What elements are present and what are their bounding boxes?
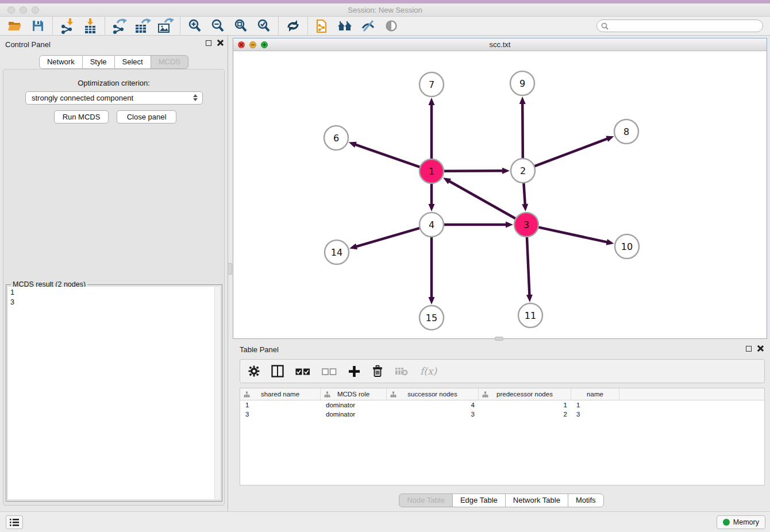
close-panel-button[interactable]: Close panel xyxy=(117,110,176,124)
cell-mcds-role: dominator xyxy=(321,411,387,418)
column-header-successor-nodes[interactable]: successor nodes xyxy=(387,388,479,400)
memory-button[interactable]: Memory xyxy=(717,515,765,529)
mcds-result-group: MCDS result (2 nodes) 1 3 xyxy=(6,284,222,502)
graph-node-1[interactable]: 1 xyxy=(419,159,444,183)
zoom-in-icon[interactable] xyxy=(183,17,206,34)
function-builder-icon[interactable]: f(x) xyxy=(420,365,437,377)
column-header-predecessor-nodes[interactable]: predecessor nodes xyxy=(479,388,571,400)
optimization-criterion-value: strongly connected component xyxy=(32,94,133,102)
graph-edge-3-11[interactable] xyxy=(526,237,533,302)
home-icon[interactable] xyxy=(334,17,357,34)
cell-predecessor-nodes: 2 xyxy=(479,411,571,418)
export-network-icon[interactable] xyxy=(108,17,131,34)
vertical-splitter-handle[interactable] xyxy=(228,263,232,275)
import-table-icon[interactable] xyxy=(79,17,102,34)
tab-node-table[interactable]: Node Table xyxy=(399,494,453,507)
graph-node-3[interactable]: 3 xyxy=(514,213,538,237)
tab-select[interactable]: Select xyxy=(114,55,151,69)
cell-mcds-role: dominator xyxy=(321,402,387,408)
select-all-columns-icon[interactable] xyxy=(295,368,310,375)
graph-node-6[interactable]: 6 xyxy=(324,126,348,150)
graph-edge-4-3[interactable] xyxy=(444,222,513,228)
graph-node-2[interactable]: 2 xyxy=(511,159,535,183)
network-canvas[interactable]: 7968124314101511 xyxy=(233,51,767,338)
graph-node-7[interactable]: 7 xyxy=(419,72,444,97)
graph-edge-1-4[interactable] xyxy=(429,184,435,211)
graph-edge-1-2[interactable] xyxy=(444,168,510,174)
graph-node-4[interactable]: 4 xyxy=(419,213,444,237)
table-panel-tabs: Node Table Edge Table Network Table Moti… xyxy=(233,494,770,507)
mcds-result-text[interactable]: 1 3 xyxy=(8,287,214,499)
svg-text:11: 11 xyxy=(525,310,536,321)
unselect-all-columns-icon[interactable] xyxy=(322,368,337,375)
network-window-title: scc.txt xyxy=(233,40,767,49)
select-stepper-icon xyxy=(193,94,198,101)
tab-motifs[interactable]: Motifs xyxy=(568,494,604,507)
close-table-panel-icon[interactable] xyxy=(757,345,763,352)
show-columns-icon[interactable] xyxy=(271,365,284,377)
tab-network[interactable]: Network xyxy=(39,55,83,69)
search-icon xyxy=(601,22,609,30)
graph-edge-1-7[interactable] xyxy=(429,98,435,159)
graph-node-14[interactable]: 14 xyxy=(325,240,349,264)
import-network-icon[interactable] xyxy=(56,17,79,34)
close-panel-icon[interactable] xyxy=(217,40,223,46)
mcds-result-scrollbar[interactable] xyxy=(214,287,220,499)
tab-network-table[interactable]: Network Table xyxy=(505,494,568,507)
cell-name: 1 xyxy=(571,402,619,408)
column-header-shared-name[interactable]: shared name xyxy=(240,388,321,400)
control-panel-tabs: Network Style Select MCDS xyxy=(0,55,228,69)
graph-node-10[interactable]: 10 xyxy=(615,234,639,259)
svg-text:14: 14 xyxy=(331,247,342,258)
run-mcds-button[interactable]: Run MCDS xyxy=(54,110,109,124)
create-column-icon[interactable] xyxy=(348,365,360,377)
zoom-out-icon[interactable] xyxy=(206,17,229,34)
graph-edge-1-6[interactable] xyxy=(349,142,420,167)
tab-style[interactable]: Style xyxy=(82,55,115,69)
network-file-icon[interactable] xyxy=(311,17,334,34)
delete-table-icon[interactable] xyxy=(395,367,409,376)
zoom-fit-icon[interactable] xyxy=(229,17,252,34)
graphics-details-icon[interactable] xyxy=(357,17,380,34)
tab-edge-table[interactable]: Edge Table xyxy=(452,494,506,507)
export-table-icon[interactable] xyxy=(131,17,154,34)
graph-node-8[interactable]: 8 xyxy=(614,119,638,144)
network-window-titlebar[interactable]: scc.txt xyxy=(233,38,767,51)
float-panel-icon[interactable] xyxy=(206,40,211,46)
graph-edge-4-15[interactable] xyxy=(429,237,435,304)
zoom-selected-icon[interactable] xyxy=(252,17,275,34)
table-settings-gear-icon[interactable] xyxy=(248,365,260,377)
export-image-icon[interactable] xyxy=(154,17,177,34)
graph-edge-4-14[interactable] xyxy=(349,228,419,249)
table-row[interactable]: 1 dominator 4 1 1 xyxy=(240,400,764,410)
graph-node-11[interactable]: 11 xyxy=(518,303,542,327)
horizontal-splitter-handle[interactable] xyxy=(495,337,503,341)
graph-node-15[interactable]: 15 xyxy=(419,306,444,330)
column-type-icon xyxy=(390,391,396,398)
graph-edge-2-8[interactable] xyxy=(535,136,614,167)
graph-edge-2-9[interactable] xyxy=(519,97,526,158)
column-header-mcds-role[interactable]: MCDS role xyxy=(321,388,387,400)
column-header-name[interactable]: name xyxy=(571,388,619,400)
graph-edge-3-1[interactable] xyxy=(443,178,515,218)
cell-name: 3 xyxy=(571,411,619,418)
birds-eye-icon[interactable] xyxy=(380,17,403,34)
save-session-icon[interactable] xyxy=(26,17,49,34)
column-type-icon xyxy=(244,391,250,398)
task-list-icon xyxy=(10,518,19,526)
delete-column-icon[interactable] xyxy=(372,365,383,377)
optimization-criterion-select[interactable]: strongly connected component xyxy=(25,91,203,105)
search-field-wrap xyxy=(596,20,763,32)
graph-node-9[interactable]: 9 xyxy=(510,71,534,95)
graph-edge-2-3[interactable] xyxy=(522,183,528,211)
graph-edge-3-10[interactable] xyxy=(538,228,614,245)
table-row[interactable]: 3 dominator 3 2 3 xyxy=(240,410,764,419)
task-history-button[interactable] xyxy=(6,515,23,529)
float-table-panel-icon[interactable] xyxy=(746,346,752,352)
apply-layout-icon[interactable] xyxy=(282,17,305,34)
tab-mcds[interactable]: MCDS xyxy=(151,55,188,69)
memory-label: Memory xyxy=(733,518,759,526)
toolbar-separator xyxy=(105,17,105,34)
open-session-icon[interactable] xyxy=(3,17,26,34)
search-input[interactable] xyxy=(596,20,763,32)
